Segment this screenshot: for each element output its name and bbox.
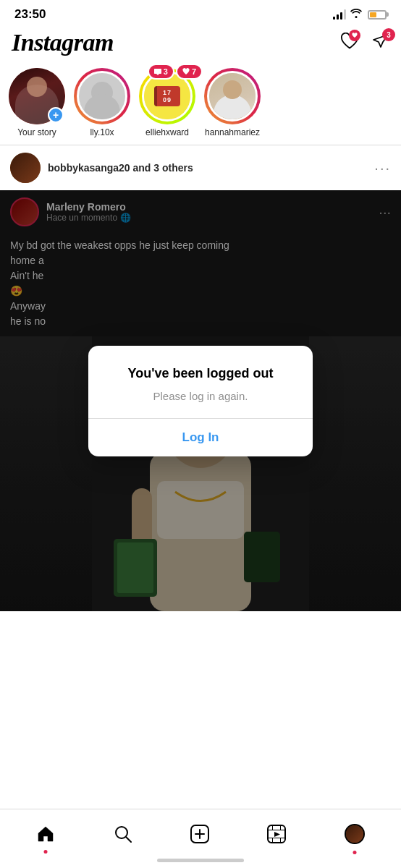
- story-badges-elliehxward: 3 7: [148, 64, 203, 80]
- story-ring-hannahmariez: [204, 68, 261, 124]
- modal-title: You've been logged out: [106, 366, 295, 381]
- logout-modal: You've been logged out Please log in aga…: [88, 346, 313, 456]
- story-label-lly10x: lly.10x: [90, 127, 114, 137]
- profile-active-dot: [353, 851, 356, 854]
- status-icons: [333, 9, 387, 20]
- modal-body: You've been logged out Please log in aga…: [88, 346, 313, 418]
- notif-avatar: [10, 153, 41, 183]
- story-elliehxward[interactable]: 17 09 3 7 elliehxward: [139, 68, 195, 137]
- svg-rect-22: [272, 825, 273, 830]
- home-indicator: [157, 859, 244, 862]
- nav-search[interactable]: [104, 817, 143, 851]
- notif-text: bobbykasanga20 and 3 others: [48, 162, 367, 174]
- notification-bar[interactable]: bobbykasanga20 and 3 others ···: [0, 145, 401, 190]
- heart-badge-story: 7: [176, 64, 203, 80]
- story-label-elliehxward: elliehxward: [145, 127, 189, 137]
- notif-more-button[interactable]: ···: [374, 160, 391, 176]
- wifi-icon: [350, 9, 362, 20]
- nav-home[interactable]: [26, 817, 65, 851]
- direct-badge: 3: [382, 28, 395, 41]
- search-icon: [114, 825, 132, 843]
- signal-icon: [333, 9, 346, 20]
- add-story-badge: +: [48, 107, 64, 123]
- story-label-hannahmariez: hannahmariez: [205, 127, 260, 137]
- modal-overlay: You've been logged out Please log in aga…: [0, 190, 401, 611]
- home-icon: [36, 825, 55, 843]
- nav-reels[interactable]: [257, 817, 296, 851]
- svg-marker-26: [274, 832, 280, 837]
- status-bar: 23:50: [0, 0, 401, 26]
- heart-badge: [349, 30, 360, 41]
- profile-avatar: [345, 824, 365, 844]
- story-avatar-hannahmariez: [207, 71, 258, 122]
- story-lly10x[interactable]: lly.10x: [74, 68, 130, 137]
- comment-badge: 3: [148, 64, 174, 80]
- svg-rect-23: [280, 825, 281, 830]
- status-time: 23:50: [14, 7, 46, 22]
- reels-icon: [267, 825, 286, 843]
- heart-button[interactable]: [340, 33, 359, 53]
- modal-message: Please log in again.: [106, 388, 295, 404]
- nav-profile[interactable]: [334, 817, 375, 851]
- svg-rect-20: [268, 830, 285, 830]
- stories-row: + Your story lly.10x: [0, 62, 401, 145]
- app-header: Instagram 3: [0, 26, 401, 62]
- story-hannahmariez[interactable]: hannahmariez: [204, 68, 261, 137]
- login-button[interactable]: Log In: [88, 419, 313, 456]
- header-actions: 3: [340, 33, 389, 53]
- add-icon: [190, 825, 209, 843]
- feed-area: Marleny Romero Hace un momento 🌐 ··· My …: [0, 190, 401, 611]
- story-your-story[interactable]: + Your story: [9, 68, 65, 137]
- svg-rect-24: [272, 838, 273, 843]
- home-active-dot: [44, 850, 48, 854]
- svg-rect-21: [268, 838, 285, 838]
- story-ring-lly10x: [74, 68, 130, 124]
- direct-button[interactable]: 3: [372, 33, 389, 53]
- your-story-label: Your story: [17, 127, 56, 137]
- nav-add[interactable]: [180, 817, 219, 851]
- app-logo: Instagram: [12, 29, 114, 56]
- story-avatar-lly10x: [77, 71, 127, 122]
- svg-rect-25: [280, 838, 281, 843]
- battery-icon: [368, 10, 387, 20]
- svg-line-15: [126, 837, 131, 842]
